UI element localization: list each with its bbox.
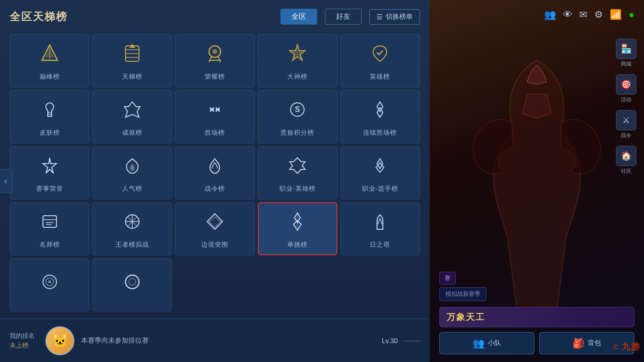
grid-row-4: 名师榜 王者模拟战 边境突围 单挑榜 [10,202,420,255]
left-panel: ‹ 全区天梯榜 全区 好友 ☰ 切换榜单 巅峰榜 天梯榜 [0,0,430,362]
signal-icon[interactable]: 📶 [610,9,622,20]
avatar: 🐱 [45,326,74,355]
cell-ladder-label: 天梯榜 [122,72,142,81]
cell-esports[interactable]: 赛事荣誉 [10,146,89,199]
pro-player-icon [369,155,391,181]
tower-icon [369,211,391,237]
svg-rect-33 [43,216,56,227]
cell-honor-label: 荣耀榜 [205,72,225,81]
sidebar-item-activity[interactable]: 🎯 活动 [616,74,636,103]
grid-row-3: 赛事荣誉 人气榜 战令榜 职业-英雄榜 [10,146,420,199]
cell-achieve-label: 成就榜 [122,128,142,137]
sidebar-item-community[interactable]: 🏠 社区 [616,146,636,175]
ring1-icon [39,271,60,297]
honor-icon [204,43,225,69]
switch-list-button[interactable]: ☰ 切换榜单 [369,9,420,25]
ladder-icon [122,43,143,69]
friends-icon[interactable]: 👥 [544,9,556,20]
master-icon [287,43,308,69]
peak-icon [39,43,60,69]
popular-icon [122,155,143,181]
page-title: 全区天梯榜 [10,10,273,24]
back-arrow[interactable]: ‹ [0,169,13,193]
status-icon: ● [629,9,634,20]
simulate-icon [122,211,143,237]
rank-description: 本赛季尚未参加排位赛 [81,336,375,345]
cell-mentor[interactable]: 名师榜 [10,202,89,255]
sidebar-item-battlepass[interactable]: ⚔ 战令 [616,110,636,139]
right-sidebar: 🏪 商城 🎯 活动 ⚔ 战令 🏠 社区 [616,39,636,175]
cell-popular[interactable]: 人气榜 [92,146,172,199]
cell-honor[interactable]: 荣耀榜 [175,34,254,87]
streak-icon [369,99,391,125]
settings-icon[interactable]: ⚙ [594,9,603,20]
backpack-icon: 🎒 [573,337,585,349]
cell-border-label: 边境突围 [201,240,228,249]
svg-line-11 [209,56,211,62]
cell-ring2[interactable] [92,258,172,311]
svg-point-49 [48,280,51,283]
cell-battlepass[interactable]: 战令榜 [175,146,254,199]
activity-icon: 🎯 [616,74,636,95]
event-title: 万象天工 [447,311,627,323]
bottom-bar: 我的排名 未上榜 🐱 本赛季尚未参加排位赛 Lv.30 —— [0,319,430,362]
cell-ring1[interactable] [10,258,89,311]
cell-hero-label: 英雄榜 [370,72,390,81]
cell-noble[interactable]: S 贵族积分榜 [258,90,337,143]
cell-simulate[interactable]: 王者模拟战 [92,202,172,255]
cell-border[interactable]: 边境突围 [175,202,254,255]
cell-peak[interactable]: 巅峰榜 [10,34,89,87]
mentor-icon [39,211,60,237]
team-button[interactable]: 👥 小队 [439,332,534,354]
cell-duel-label: 单挑榜 [287,240,308,249]
view-icon[interactable]: 👁 [563,9,573,20]
cell-pro-hero[interactable]: 职业-英雄榜 [258,146,337,199]
sidebar-community-label: 社区 [621,167,631,175]
cell-noble-label: 贵族积分榜 [280,128,314,137]
tab-all[interactable]: 全区 [280,9,317,25]
win-icon [204,99,225,125]
cell-master-label: 大神榜 [287,72,308,81]
cell-pro-player-label: 职业-选手榜 [362,184,398,193]
ring2-icon [122,271,143,297]
sidebar-shop-label: 商城 [621,60,631,68]
svg-marker-29 [43,158,56,173]
cell-hero[interactable]: 英雄榜 [340,34,420,87]
skin-icon [39,99,60,125]
svg-point-10 [212,49,217,54]
cell-skin[interactable]: 皮肤榜 [10,90,89,143]
my-rank-label: 我的排名 [10,332,39,340]
esports-icon [39,155,60,181]
top-icons-bar: 👥 👁 ✉ ⚙ 📶 ● [544,9,634,20]
rank-dash: —— [405,336,420,345]
match-badge[interactable]: 赛 [439,272,456,285]
action-buttons-row: 👥 小队 🎒 背包 [439,332,634,354]
cell-streak[interactable]: 连续胜场榜 [340,90,420,143]
cell-tower[interactable]: 日之塔 [340,202,420,255]
cell-win[interactable]: 胜场榜 [175,90,254,143]
cell-duel[interactable]: 单挑榜 [258,202,337,255]
cell-streak-label: 连续胜场榜 [363,128,397,137]
svg-marker-28 [377,108,383,117]
noble-icon: S [287,99,308,125]
cell-master[interactable]: 大神榜 [258,34,337,87]
svg-line-12 [218,56,221,62]
sidebar-item-shop[interactable]: 🏪 商城 [616,39,636,68]
svg-point-50 [126,275,139,289]
right-panel: 👥 👁 ✉ ⚙ 📶 ● 🏪 商城 🎯 活动 ⚔ 战令 🏠 社区 赛 模拟 [430,0,644,362]
cell-pro-player[interactable]: 职业-选手榜 [340,146,420,199]
tab-friends[interactable]: 好友 [325,9,362,25]
team-icon: 👥 [473,337,485,349]
event-banner[interactable]: 万象天工 [439,307,634,327]
border-icon [204,211,225,237]
cell-ladder[interactable]: 天梯榜 [92,34,172,87]
svg-marker-27 [377,102,383,111]
right-bottom-area: 赛 模拟战新赛季 万象天工 👥 小队 🎒 背包 [430,287,644,362]
cell-achieve[interactable]: 成就榜 [92,90,172,143]
cell-skin-label: 皮肤榜 [40,128,60,137]
season-label: 模拟战新赛季 [439,287,487,301]
mail-icon[interactable]: ✉ [579,9,588,20]
cell-peak-label: 巅峰榜 [40,72,60,81]
svg-marker-31 [377,159,383,168]
hero-icon [369,43,391,69]
